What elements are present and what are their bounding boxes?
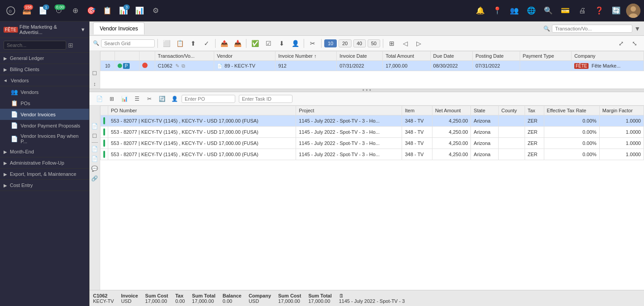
sidebar-item-vendor-invoices-pay[interactable]: 📄 Vendor Invoices Pay when P... [0, 131, 89, 146]
nav-icon-print[interactable]: 🖨 [575, 4, 589, 18]
lower-grid-btn[interactable]: ⊞ [106, 94, 117, 104]
copy-icon[interactable]: ⧉ [182, 63, 185, 68]
page-50-btn[interactable]: 50 [368, 39, 380, 47]
down-arrow-btn[interactable]: ⬇ [276, 38, 288, 49]
edit-icon[interactable]: ✎ [175, 63, 179, 68]
table-row[interactable]: 10 P C1062 ✎ ⧉ [101, 61, 644, 71]
new-btn[interactable]: ⬜ [161, 38, 172, 49]
expand-btn[interactable]: ⊞ [386, 38, 398, 49]
lower-person-btn[interactable]: 👤 [169, 94, 180, 104]
enter-task-input[interactable] [239, 95, 292, 103]
splitter[interactable]: • • • [89, 89, 644, 92]
nav-icon-search[interactable]: 🔍 [541, 4, 555, 18]
col-header-posting-date[interactable]: Posting Date [473, 51, 520, 61]
sidebar-item-vendors[interactable]: 👥 Vendors [0, 86, 89, 98]
lower-icon-doc2[interactable]: 📄 [90, 144, 99, 153]
lower-col-state[interactable]: State [471, 106, 499, 115]
lower-icon-link[interactable]: 🔗 [90, 174, 99, 183]
col-header-total-amount[interactable]: Total Amount [383, 51, 430, 61]
lower-chart-btn[interactable]: 📊 [119, 94, 130, 104]
sidebar-item-vendor-payment-proposals[interactable]: 📄 Vendor Payment Proposals [0, 120, 89, 131]
lower-icon-comment[interactable]: 💬 [90, 164, 99, 173]
col-header-transaction[interactable]: Transaction/Vo... [155, 51, 214, 61]
check-send-btn[interactable]: ☑ [263, 38, 274, 49]
sidebar-item-pos[interactable]: 📋 POs [0, 98, 89, 109]
nav-icon-doc[interactable]: 📄 1 [36, 4, 50, 18]
scissor-btn[interactable]: ✂ [307, 38, 318, 49]
col-header-vendor[interactable]: Vendor [214, 51, 275, 61]
lower-icon-doc3[interactable]: 📄 [90, 154, 99, 163]
sidebar-section-cost-entry[interactable]: ▶ Cost Entry [0, 180, 89, 191]
upload-btn[interactable]: ⬆ [187, 38, 199, 49]
lower-col-po[interactable]: PO Number [108, 106, 296, 115]
left-icon-checkbox[interactable]: ☐ [90, 69, 99, 78]
nav-icon-bell[interactable]: 🔔 [473, 4, 487, 18]
sidebar-layout-icon[interactable]: ⊞ [68, 42, 73, 49]
col-header-due-date[interactable]: Due Date [430, 51, 473, 61]
col-header-payment-type[interactable]: Payment Type [520, 51, 571, 61]
enter-po-input[interactable] [182, 95, 235, 103]
expand-view-btn[interactable]: ⤢ [615, 38, 627, 49]
sidebar-section-export[interactable]: ▶ Export, Import, & Maintenance [0, 169, 89, 180]
lower-table-row[interactable]: 553 - 82077 | KECY-TV (1145) , KECY-TV -… [101, 127, 644, 138]
nav-icon-target[interactable]: 🎯 [84, 4, 98, 18]
lower-cut-btn[interactable]: ✂ [144, 94, 155, 104]
page-10-btn[interactable]: 10 [324, 39, 337, 47]
nav-icon-location[interactable]: 📍 [490, 4, 504, 18]
copy-btn[interactable]: 📋 [174, 38, 186, 49]
lower-doc-btn[interactable]: 📄 [94, 94, 105, 104]
sidebar-search-input[interactable] [4, 41, 66, 50]
lower-table-row[interactable]: 553 - 82077 | KECY-TV (1145) , KECY-TV -… [101, 149, 644, 160]
nav-icon-settings[interactable]: ⚙ [148, 4, 163, 18]
lower-col-net-amount[interactable]: Net Amount [432, 106, 470, 115]
lower-col-tax[interactable]: Tax [525, 106, 544, 115]
approve-btn[interactable]: ✓ [201, 38, 212, 49]
nav-icon-refresh[interactable]: 🔄 [609, 4, 623, 18]
nav-icon-help[interactable]: ❓ [592, 4, 606, 18]
nav-icon-logo[interactable]: ⊙ [4, 4, 18, 18]
green-check-btn[interactable]: ✅ [249, 38, 261, 49]
avatar[interactable] [626, 4, 640, 18]
lower-col-margin[interactable]: Margin Factor [599, 106, 644, 115]
export-btn[interactable]: 📤 [218, 38, 230, 49]
sidebar-item-vendor-invoices[interactable]: 📄 Vendor Invoices [0, 109, 89, 120]
grid-search-input[interactable] [101, 39, 155, 47]
nav-icon-chart2[interactable]: 📊 [132, 4, 147, 18]
fullscreen-btn[interactable]: ⤡ [629, 38, 640, 49]
nav-icon-clipboard[interactable]: 📋 [100, 4, 114, 18]
sidebar-section-month-end[interactable]: ▶ Month-End [0, 146, 89, 157]
col-header-company[interactable]: Company [572, 51, 644, 61]
nav-icon-users[interactable]: 👥 [507, 4, 521, 18]
sidebar-section-vendors[interactable]: ▼ Vendors [0, 75, 89, 86]
nav-icon-add[interactable]: ⊕ [68, 4, 82, 18]
import-btn[interactable]: 📥 [232, 38, 243, 49]
lower-table-row[interactable]: 553 - 82077 | KECY-TV (1145) , KECY-TV -… [101, 115, 644, 127]
nav-icon-timer[interactable]: ⏱ 0.00 [52, 4, 66, 18]
tab-search-input[interactable] [552, 25, 632, 33]
col-header-invoice-number[interactable]: Invoice Number ↑ [275, 51, 337, 61]
filter-icon[interactable]: ▼ [634, 25, 640, 32]
nav-left-btn[interactable]: ◁ [399, 38, 411, 49]
nav-right-btn[interactable]: ▷ [413, 38, 424, 49]
lower-col-eff-tax-rate[interactable]: Effective Tax Rate [544, 106, 599, 115]
col-header-invoice-date[interactable]: Invoice Date [337, 51, 383, 61]
sidebar-section-admin-follow-up[interactable]: ▶ Administrative Follow-Up [0, 157, 89, 169]
nav-icon-chart1[interactable]: 📊 3 [116, 4, 131, 18]
page-20-btn[interactable]: 20 [339, 39, 351, 47]
sidebar-section-billing-clients[interactable]: ▶ Billing Clients [0, 64, 89, 75]
page-40-btn[interactable]: 40 [353, 39, 366, 47]
lower-col-project[interactable]: Project [296, 106, 402, 115]
sidebar-section-general-ledger[interactable]: ▶ General Ledger [0, 53, 89, 64]
nav-icon-card[interactable]: 💳 [558, 4, 572, 18]
nav-icon-globe[interactable]: 🌐 [524, 4, 538, 18]
company-selector[interactable]: FÊTE Fête Marketing & Advertisi... ▼ [0, 21, 89, 38]
lower-col-item[interactable]: Item [402, 106, 432, 115]
person-btn[interactable]: 👤 [289, 38, 301, 49]
lower-col-county[interactable]: County [499, 106, 525, 115]
nav-icon-inbox[interactable]: 📥 158 [20, 4, 34, 18]
lower-refresh-btn[interactable]: 🔄 [157, 94, 167, 104]
tab-vendor-invoices[interactable]: Vendor Invoices [93, 22, 144, 34]
left-icon-arrow[interactable]: ↕ [90, 80, 99, 89]
lower-list-btn[interactable]: ☰ [131, 94, 142, 104]
lower-table-row[interactable]: 553 - 82077 | KECY-TV (1145) , KECY-TV -… [101, 138, 644, 149]
